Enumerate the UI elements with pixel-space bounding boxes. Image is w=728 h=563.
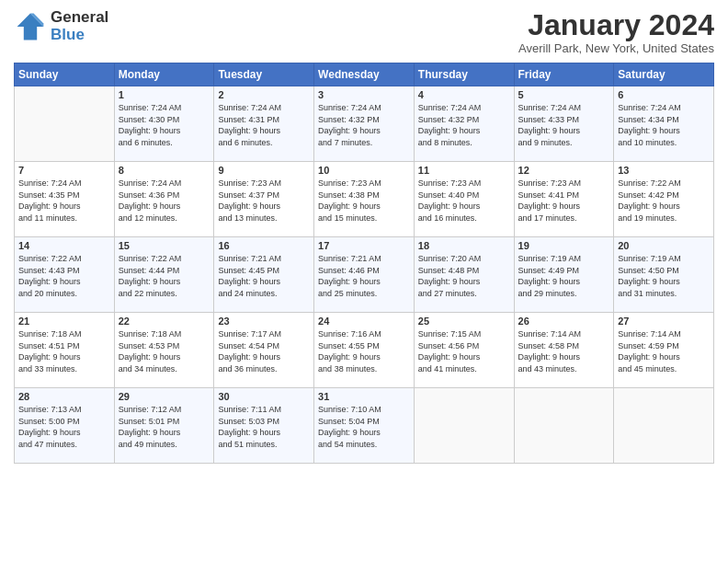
day-cell: 29Sunrise: 7:12 AM Sunset: 5:01 PM Dayli…: [114, 388, 214, 464]
day-number: 21: [18, 316, 110, 327]
day-cell: 23Sunrise: 7:17 AM Sunset: 4:54 PM Dayli…: [214, 313, 314, 388]
day-cell: 13Sunrise: 7:22 AM Sunset: 4:42 PM Dayli…: [614, 162, 714, 237]
day-number: 13: [618, 165, 710, 176]
day-number: 5: [518, 89, 610, 100]
day-info: Sunrise: 7:21 AM Sunset: 4:45 PM Dayligh…: [218, 253, 310, 299]
day-cell: 9Sunrise: 7:23 AM Sunset: 4:37 PM Daylig…: [214, 162, 314, 237]
day-number: 15: [119, 240, 210, 251]
day-number: 22: [119, 316, 210, 327]
day-info: Sunrise: 7:24 AM Sunset: 4:32 PM Dayligh…: [418, 102, 510, 148]
col-monday: Monday: [114, 63, 214, 86]
day-cell: [15, 86, 115, 162]
week-row-1: 7Sunrise: 7:24 AM Sunset: 4:35 PM Daylig…: [15, 162, 714, 237]
day-info: Sunrise: 7:24 AM Sunset: 4:32 PM Dayligh…: [318, 102, 410, 148]
day-cell: 31Sunrise: 7:10 AM Sunset: 5:04 PM Dayli…: [314, 388, 415, 464]
day-cell: 27Sunrise: 7:14 AM Sunset: 4:59 PM Dayli…: [614, 313, 714, 388]
logo-icon: [14, 10, 47, 43]
col-sunday: Sunday: [15, 63, 115, 86]
day-number: 24: [318, 316, 410, 327]
day-info: Sunrise: 7:24 AM Sunset: 4:36 PM Dayligh…: [119, 178, 210, 224]
day-info: Sunrise: 7:19 AM Sunset: 4:50 PM Dayligh…: [618, 253, 710, 299]
day-number: 1: [119, 89, 210, 100]
col-wednesday: Wednesday: [314, 63, 415, 86]
day-info: Sunrise: 7:14 AM Sunset: 4:59 PM Dayligh…: [618, 328, 710, 374]
day-number: 25: [418, 316, 510, 327]
page: General Blue January 2024 Averill Park, …: [0, 0, 728, 563]
day-cell: 2Sunrise: 7:24 AM Sunset: 4:31 PM Daylig…: [214, 86, 314, 162]
day-cell: 16Sunrise: 7:21 AM Sunset: 4:45 PM Dayli…: [214, 237, 314, 313]
day-info: Sunrise: 7:20 AM Sunset: 4:48 PM Dayligh…: [418, 253, 510, 299]
week-row-0: 1Sunrise: 7:24 AM Sunset: 4:30 PM Daylig…: [15, 86, 714, 162]
title-block: January 2024 Averill Park, New York, Uni…: [518, 9, 714, 55]
logo-text: General Blue: [51, 9, 108, 43]
day-info: Sunrise: 7:24 AM Sunset: 4:31 PM Dayligh…: [218, 102, 310, 148]
day-cell: 6Sunrise: 7:24 AM Sunset: 4:34 PM Daylig…: [614, 86, 714, 162]
day-cell: 26Sunrise: 7:14 AM Sunset: 4:58 PM Dayli…: [514, 313, 614, 388]
day-number: 7: [18, 165, 110, 176]
svg-marker-0: [17, 13, 44, 40]
day-info: Sunrise: 7:24 AM Sunset: 4:34 PM Dayligh…: [618, 102, 710, 148]
day-cell: 30Sunrise: 7:11 AM Sunset: 5:03 PM Dayli…: [214, 388, 314, 464]
day-cell: 25Sunrise: 7:15 AM Sunset: 4:56 PM Dayli…: [414, 313, 514, 388]
day-cell: 17Sunrise: 7:21 AM Sunset: 4:46 PM Dayli…: [314, 237, 415, 313]
day-info: Sunrise: 7:13 AM Sunset: 5:00 PM Dayligh…: [18, 404, 110, 450]
day-info: Sunrise: 7:14 AM Sunset: 4:58 PM Dayligh…: [518, 328, 610, 374]
day-number: 4: [418, 89, 510, 100]
day-number: 30: [218, 391, 310, 402]
week-row-2: 14Sunrise: 7:22 AM Sunset: 4:43 PM Dayli…: [15, 237, 714, 313]
day-number: 8: [119, 165, 210, 176]
day-cell: 18Sunrise: 7:20 AM Sunset: 4:48 PM Dayli…: [414, 237, 514, 313]
day-number: 27: [618, 316, 710, 327]
day-number: 10: [318, 165, 410, 176]
day-number: 14: [18, 240, 110, 251]
day-number: 26: [518, 316, 610, 327]
day-info: Sunrise: 7:16 AM Sunset: 4:55 PM Dayligh…: [318, 328, 410, 374]
day-cell: 20Sunrise: 7:19 AM Sunset: 4:50 PM Dayli…: [614, 237, 714, 313]
col-friday: Friday: [514, 63, 614, 86]
day-cell: [514, 388, 614, 464]
day-info: Sunrise: 7:17 AM Sunset: 4:54 PM Dayligh…: [218, 328, 310, 374]
day-cell: 28Sunrise: 7:13 AM Sunset: 5:00 PM Dayli…: [15, 388, 115, 464]
day-cell: 8Sunrise: 7:24 AM Sunset: 4:36 PM Daylig…: [114, 162, 214, 237]
day-number: 23: [218, 316, 310, 327]
day-cell: 22Sunrise: 7:18 AM Sunset: 4:53 PM Dayli…: [114, 313, 214, 388]
day-cell: 21Sunrise: 7:18 AM Sunset: 4:51 PM Dayli…: [15, 313, 115, 388]
day-info: Sunrise: 7:22 AM Sunset: 4:43 PM Dayligh…: [18, 253, 110, 299]
day-cell: 7Sunrise: 7:24 AM Sunset: 4:35 PM Daylig…: [15, 162, 115, 237]
day-cell: [414, 388, 514, 464]
day-number: 3: [318, 89, 410, 100]
day-number: 11: [418, 165, 510, 176]
day-cell: [614, 388, 714, 464]
day-info: Sunrise: 7:24 AM Sunset: 4:33 PM Dayligh…: [518, 102, 610, 148]
col-saturday: Saturday: [614, 63, 714, 86]
day-info: Sunrise: 7:19 AM Sunset: 4:49 PM Dayligh…: [518, 253, 610, 299]
day-cell: 3Sunrise: 7:24 AM Sunset: 4:32 PM Daylig…: [314, 86, 415, 162]
day-cell: 5Sunrise: 7:24 AM Sunset: 4:33 PM Daylig…: [514, 86, 614, 162]
day-cell: 11Sunrise: 7:23 AM Sunset: 4:40 PM Dayli…: [414, 162, 514, 237]
day-info: Sunrise: 7:11 AM Sunset: 5:03 PM Dayligh…: [218, 404, 310, 450]
month-title: January 2024: [518, 9, 714, 41]
day-number: 28: [18, 391, 110, 402]
week-row-4: 28Sunrise: 7:13 AM Sunset: 5:00 PM Dayli…: [15, 388, 714, 464]
header: General Blue January 2024 Averill Park, …: [14, 9, 714, 55]
day-info: Sunrise: 7:23 AM Sunset: 4:40 PM Dayligh…: [418, 178, 510, 224]
day-info: Sunrise: 7:24 AM Sunset: 4:30 PM Dayligh…: [119, 102, 210, 148]
day-info: Sunrise: 7:18 AM Sunset: 4:51 PM Dayligh…: [18, 328, 110, 374]
location: Averill Park, New York, United States: [518, 41, 714, 55]
col-thursday: Thursday: [414, 63, 514, 86]
logo: General Blue: [14, 9, 108, 43]
day-number: 17: [318, 240, 410, 251]
calendar-body: 1Sunrise: 7:24 AM Sunset: 4:30 PM Daylig…: [15, 86, 714, 464]
header-row: Sunday Monday Tuesday Wednesday Thursday…: [15, 63, 714, 86]
day-cell: 15Sunrise: 7:22 AM Sunset: 4:44 PM Dayli…: [114, 237, 214, 313]
day-info: Sunrise: 7:12 AM Sunset: 5:01 PM Dayligh…: [119, 404, 210, 450]
logo-blue-text: Blue: [51, 27, 108, 44]
day-number: 31: [318, 391, 410, 402]
day-info: Sunrise: 7:21 AM Sunset: 4:46 PM Dayligh…: [318, 253, 410, 299]
day-info: Sunrise: 7:15 AM Sunset: 4:56 PM Dayligh…: [418, 328, 510, 374]
day-number: 2: [218, 89, 310, 100]
day-info: Sunrise: 7:23 AM Sunset: 4:38 PM Dayligh…: [318, 178, 410, 224]
day-number: 19: [518, 240, 610, 251]
calendar-header: Sunday Monday Tuesday Wednesday Thursday…: [15, 63, 714, 86]
day-cell: 10Sunrise: 7:23 AM Sunset: 4:38 PM Dayli…: [314, 162, 415, 237]
